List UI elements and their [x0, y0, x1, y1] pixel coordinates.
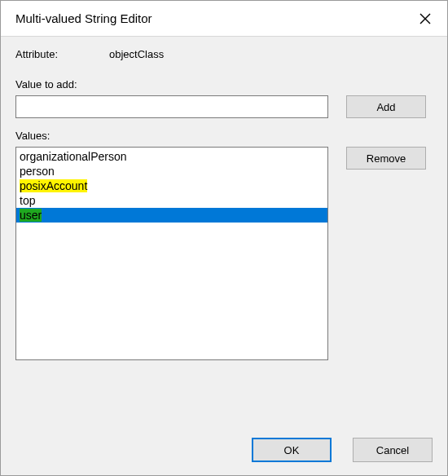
- value-to-add-input[interactable]: [15, 95, 328, 118]
- list-item-label: top: [20, 194, 35, 207]
- list-item[interactable]: organizationalPerson: [16, 149, 327, 164]
- dialog-button-row: OK Cancel: [15, 425, 433, 462]
- attribute-row: Attribute: objectClass: [15, 48, 433, 60]
- attribute-value: objectClass: [109, 48, 164, 60]
- close-icon: [419, 13, 431, 24]
- list-item-label: posixAccount: [20, 179, 87, 192]
- values-label: Values:: [15, 130, 433, 142]
- list-item-label: user: [20, 209, 42, 222]
- dialog-window: Multi-valued String Editor Attribute: ob…: [0, 0, 448, 476]
- title-bar: Multi-valued String Editor: [1, 1, 447, 37]
- list-item-label: organizationalPerson: [20, 150, 127, 163]
- list-item[interactable]: posixAccount: [16, 178, 327, 193]
- value-to-add-label: Value to add:: [15, 78, 433, 90]
- list-item[interactable]: top: [16, 193, 327, 208]
- values-area: organizationalPersonpersonposixAccountto…: [15, 147, 433, 360]
- close-button[interactable]: [416, 10, 434, 28]
- remove-button[interactable]: Remove: [346, 147, 426, 170]
- attribute-label: Attribute:: [15, 48, 109, 60]
- values-listbox[interactable]: organizationalPersonpersonposixAccountto…: [15, 147, 328, 360]
- add-button[interactable]: Add: [346, 95, 426, 118]
- ok-button[interactable]: OK: [252, 438, 332, 462]
- dialog-body: Attribute: objectClass Value to add: Add…: [1, 37, 447, 475]
- window-title: Multi-valued String Editor: [15, 11, 152, 25]
- list-item-label: person: [20, 165, 55, 178]
- cancel-button[interactable]: Cancel: [353, 438, 433, 462]
- value-to-add-row: Add: [15, 95, 433, 118]
- list-item[interactable]: user: [16, 208, 327, 223]
- list-item[interactable]: person: [16, 164, 327, 178]
